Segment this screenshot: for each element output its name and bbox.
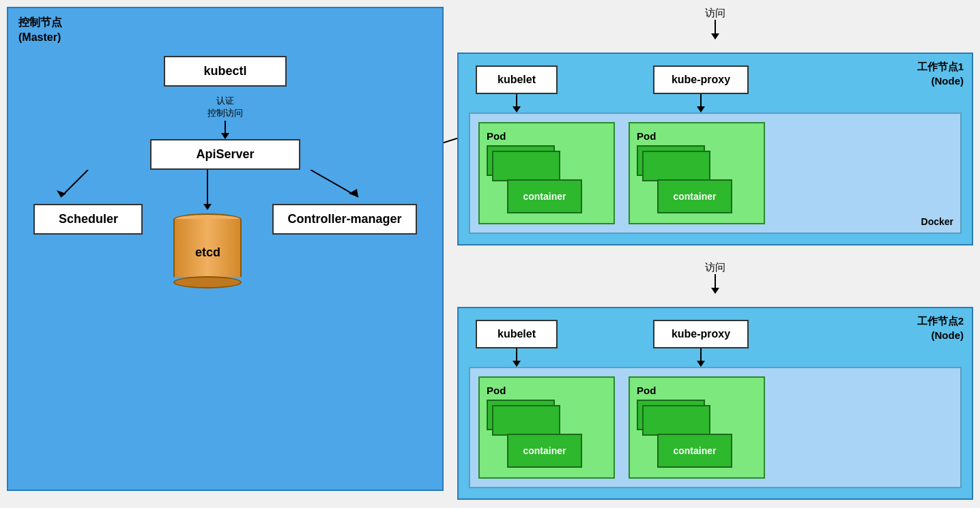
- node1-pod1-container-front: container: [507, 179, 582, 213]
- node2-kubelet-arrow: [513, 348, 521, 367]
- worker-node1-label: 工作节点1 (Node): [917, 59, 964, 88]
- apiserver-label: ApiServer: [196, 147, 254, 161]
- node2-kubelet-section: kubelet: [476, 320, 558, 367]
- node1-docker-area: Pod container Pod: [469, 113, 962, 234]
- node1-kube-proxy-label: kube-proxy: [672, 74, 730, 85]
- controller-box: Controller-manager: [272, 204, 416, 235]
- node1-access-label: 访问: [705, 7, 725, 20]
- node2-pod2: Pod container: [629, 376, 765, 479]
- node2-pod1-container-back1: [492, 405, 560, 436]
- node1-kubelet-box: kubelet: [476, 65, 558, 94]
- node2-pod1-containers: container: [487, 400, 596, 475]
- node1-pod2-container-back1: [642, 151, 710, 181]
- node2-access-label: 访问: [705, 261, 725, 274]
- kubectl-to-api-arrow: [221, 121, 229, 139]
- svg-marker-3: [57, 190, 66, 197]
- etcd-label: etcd: [195, 245, 220, 260]
- master-label: 控制节点 (Master): [18, 15, 62, 46]
- node1-kubelet-section: kubelet: [476, 65, 558, 113]
- node1-kube-proxy-arrow: [697, 94, 705, 113]
- node1-pod2: Pod container: [629, 122, 765, 224]
- node1-pod1: Pod container: [478, 122, 615, 224]
- node1-pod1-label: Pod: [487, 130, 607, 142]
- node2-kubelet-label: kubelet: [498, 328, 536, 340]
- node1-pod2-container-front: container: [657, 179, 732, 213]
- node1-kubelet-arrow: [513, 94, 521, 113]
- master-content: kubectl 认证 控制访问 ApiServer: [15, 15, 435, 483]
- scheduler-label: Scheduler: [59, 212, 118, 226]
- master-node: 控制节点 (Master) kubectl 认证 控制访问 A: [7, 7, 444, 491]
- node1-pod1-container-back1: [492, 151, 560, 181]
- worker-node2-label: 工作节点2 (Node): [917, 314, 964, 342]
- node2-pod1-container-label: container: [523, 445, 566, 456]
- node1-pod2-containers: container: [637, 145, 746, 220]
- node1-kubelet-label: kubelet: [498, 74, 536, 85]
- kubectl-label: kubectl: [203, 64, 246, 78]
- node1-pod1-container-label: container: [523, 191, 566, 202]
- node2-access-row: 访问: [457, 261, 973, 294]
- node2-pod2-label: Pod: [637, 385, 757, 396]
- node2-pod2-container-label: container: [673, 445, 716, 456]
- node1-docker-label: Docker: [921, 216, 953, 227]
- auth-label: 认证 控制访问: [207, 95, 243, 119]
- apiserver-to-scheduler-arrow: [47, 170, 129, 204]
- node2-pod2-container-back1: [642, 405, 710, 436]
- node2-kube-proxy-section: kube-proxy: [653, 320, 749, 367]
- node1-kube-proxy-section: kube-proxy: [653, 65, 749, 113]
- svg-line-2: [61, 170, 88, 197]
- node2-kubelet-box: kubelet: [476, 320, 558, 348]
- svg-marker-5: [349, 189, 358, 197]
- node1-pod2-container-label: container: [673, 191, 716, 202]
- node1-access-arrow: [711, 20, 719, 40]
- kubectl-box: kubectl: [164, 56, 287, 87]
- right-panel: 访问 工作节点1 (Node) kubelet: [457, 7, 973, 501]
- controller-label: Controller-manager: [287, 212, 401, 226]
- node2-pod2-containers: container: [637, 400, 746, 475]
- node2-pod1-label: Pod: [487, 385, 607, 396]
- node1-pod2-label: Pod: [637, 130, 757, 142]
- node2-kube-proxy-label: kube-proxy: [672, 328, 730, 340]
- node1-kube-proxy-box: kube-proxy: [653, 65, 749, 94]
- node1-access-row: 访问: [457, 7, 973, 40]
- main-layout: 控制节点 (Master) kubectl 认证 控制访问 A: [7, 7, 973, 501]
- api-to-etcd-arrow: [203, 170, 212, 210]
- node2-pod2-container-front: container: [657, 434, 732, 468]
- node2-kube-proxy-box: kube-proxy: [653, 320, 749, 348]
- apiserver-box: ApiServer: [150, 139, 300, 170]
- etcd-cylinder: etcd: [170, 213, 245, 288]
- scheduler-box: Scheduler: [33, 204, 143, 235]
- node2-pod1-container-front: container: [507, 434, 582, 468]
- node1-pod1-containers: container: [487, 145, 596, 220]
- worker-node-1: 工作节点1 (Node) kubelet: [457, 53, 973, 245]
- node2-kube-proxy-arrow: [697, 348, 705, 367]
- node2-docker-area: Pod container Pod: [469, 367, 962, 488]
- apiserver-to-controller-arrow: [297, 170, 392, 204]
- node2-pod1: Pod container: [478, 376, 615, 479]
- worker-node-2: 工作节点2 (Node) kubelet kube-proxy: [457, 307, 973, 500]
- node2-access-arrow: [711, 274, 719, 294]
